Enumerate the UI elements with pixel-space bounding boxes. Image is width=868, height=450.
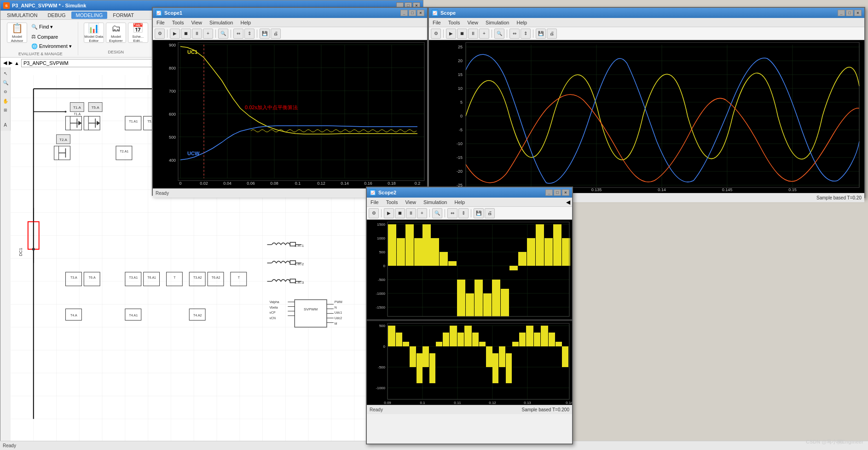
fit-btn[interactable]: ⊞ <box>1 106 10 114</box>
sim-tab-simulation[interactable]: SIMULATION <box>2 12 42 19</box>
scope-right-menu-view[interactable]: View <box>465 19 480 26</box>
scope-right-menu-file[interactable]: File <box>431 19 443 26</box>
scope-right-maximize-btn[interactable]: □ <box>846 10 853 16</box>
scope1-maximize-btn[interactable]: □ <box>409 10 416 16</box>
scope2-menu-simulation[interactable]: Simulation <box>422 199 449 205</box>
scope2-menu-file[interactable]: File <box>369 199 381 205</box>
scope2-stop-btn[interactable]: ⏹ <box>395 208 405 218</box>
scope2-menu-tools[interactable]: Tools <box>384 199 400 205</box>
scope1-win-controls: _ □ × <box>400 10 424 16</box>
scope2-print-btn[interactable]: 🖨 <box>485 208 495 218</box>
scope2-run-btn[interactable]: ▶ <box>384 208 394 218</box>
scope1-menu-help[interactable]: Help <box>238 19 253 26</box>
scope-right-print-btn[interactable]: 🖨 <box>547 29 557 39</box>
svg-text:0.02: 0.02 <box>200 181 208 186</box>
sep2 <box>429 209 430 217</box>
svg-text:0.14: 0.14 <box>658 187 666 192</box>
svg-text:T2.A1: T2.A1 <box>120 150 129 153</box>
scope2-zoom-btn[interactable]: + <box>417 208 427 218</box>
scope-right-zoomx-btn[interactable]: ⇔ <box>509 29 520 39</box>
model-data-editor-btn[interactable]: 📊 Model DataEditor <box>84 23 104 43</box>
scope-right-save-btn[interactable]: 💾 <box>536 29 546 39</box>
svg-text:0.1: 0.1 <box>295 181 301 186</box>
svg-rect-238 <box>501 289 509 316</box>
scope2-pause-btn[interactable]: ⏸ <box>406 208 416 218</box>
scope1-run-btn[interactable]: ▶ <box>170 29 180 39</box>
scope1-menu-tools[interactable]: Tools <box>170 19 186 26</box>
model-explorer-btn[interactable]: 🗂 ModelExplorer <box>106 23 126 43</box>
scope2-menu-help[interactable]: Help <box>452 199 467 205</box>
scope1-settings-btn[interactable]: ⚙ <box>155 29 165 39</box>
scope-right-zoomy-btn[interactable]: ⇕ <box>521 29 531 39</box>
compare-btn[interactable]: ⚖ Compare <box>29 32 74 41</box>
environment-btn[interactable]: 🌐 Environment ▾ <box>29 42 74 51</box>
svg-text:DC1: DC1 <box>18 248 23 256</box>
svg-text:0.12: 0.12 <box>317 181 325 186</box>
find-btn[interactable]: 🔍 Find ▾ <box>29 23 74 31</box>
scope2-menu-view[interactable]: View <box>403 199 418 205</box>
svg-text:5: 5 <box>460 100 463 105</box>
scope1-stop-btn[interactable]: ⏹ <box>181 29 191 39</box>
scope-right-run-btn[interactable]: ▶ <box>446 29 456 39</box>
scope-right-zoomin-btn[interactable]: 🔍 <box>494 29 504 39</box>
scope1-save-btn[interactable]: 💾 <box>260 29 270 39</box>
model-advisor-btn[interactable]: 📋 ModelAdvisor <box>7 23 27 43</box>
zoom-in-btn[interactable]: 🔍 <box>1 78 10 87</box>
scope1-menu-file[interactable]: File <box>155 19 167 26</box>
scope2-save-btn[interactable]: 💾 <box>474 208 484 218</box>
scope1-menu-view[interactable]: View <box>189 19 204 26</box>
nav-back-icon[interactable]: ◀ <box>3 60 7 66</box>
scope2-titlebar: 📈 Scope2 _ □ × <box>367 187 572 198</box>
scope1-zoomin-btn[interactable]: 🔍 <box>218 29 228 39</box>
scope-right-menu-simulation[interactable]: Simulation <box>484 19 511 26</box>
scope2-menubar: File Tools View Simulation Help ◀ <box>367 198 572 207</box>
schedule-editor-btn[interactable]: 📅 Sche...Edit... <box>128 23 148 43</box>
scope-right-minimize-btn[interactable]: _ <box>838 10 845 16</box>
svg-rect-289 <box>526 326 533 346</box>
sim-tab-debug[interactable]: DEBUG <box>43 12 70 19</box>
scope1-zoom-btn[interactable]: + <box>203 29 213 39</box>
text-tool-btn[interactable]: A <box>1 121 10 129</box>
svg-rect-287 <box>512 342 519 346</box>
svg-text:15: 15 <box>458 72 463 77</box>
zoom-out-btn[interactable]: ⊖ <box>1 88 10 96</box>
scope1-close-btn[interactable]: × <box>417 10 424 16</box>
scope1-minimize-btn[interactable]: _ <box>400 10 408 16</box>
scope-right-zoom-btn[interactable]: + <box>479 29 489 39</box>
scope1-print-btn[interactable]: 🖨 <box>271 29 281 39</box>
scope2-maximize-btn[interactable]: □ <box>554 189 561 196</box>
nav-forward-icon[interactable]: ▶ <box>9 60 12 66</box>
scope2-zoomy-btn[interactable]: ⇕ <box>458 208 469 218</box>
sim-tab-format[interactable]: FORMAT <box>108 12 139 19</box>
scope-right-settings-btn[interactable]: ⚙ <box>431 29 441 39</box>
scope-right-stop-btn[interactable]: ⏹ <box>457 29 467 39</box>
simulink-title: P3_ANPC_SVPWM * - Simulink <box>12 3 86 8</box>
compare-label: Compare <box>37 34 58 40</box>
sim-tab-modeling[interactable]: MODELING <box>71 12 108 19</box>
svg-text:UC1: UC1 <box>187 49 197 55</box>
scope1-menu-simulation[interactable]: Simulation <box>208 19 235 26</box>
scope2-zoomin-btn[interactable]: 🔍 <box>432 208 442 218</box>
scope2-settings-btn[interactable]: ⚙ <box>369 208 379 218</box>
nav-up-icon[interactable]: ▲ <box>14 60 19 66</box>
scope1-plot-svg: 900 800 700 600 500 400 0 0.02 0.04 0.06… <box>153 40 427 187</box>
scope-right-close-btn[interactable]: × <box>854 10 862 16</box>
scope-right-menu-tools[interactable]: Tools <box>446 19 462 26</box>
scope1-pause-btn[interactable]: ⏸ <box>192 29 202 39</box>
scope2-minimize-btn[interactable]: _ <box>545 189 553 196</box>
svg-rect-226 <box>397 238 405 266</box>
scope-right-pause-btn[interactable]: ⏸ <box>468 29 478 39</box>
scope-right-menu-help[interactable]: Help <box>515 19 529 26</box>
svg-rect-279 <box>457 333 464 346</box>
scope2-zoomx-btn[interactable]: ⇔ <box>447 208 457 218</box>
svg-text:-500: -500 <box>378 365 386 369</box>
scope1-zoomy-btn[interactable]: ⇕ <box>244 29 255 39</box>
svg-rect-276 <box>436 342 442 346</box>
scope2-window: 📈 Scope2 _ □ × File Tools View Simulatio… <box>366 187 573 444</box>
pan-btn[interactable]: ✋ <box>1 97 10 105</box>
pointer-tool-btn[interactable]: ↖ <box>1 69 10 77</box>
find-label: Find ▾ <box>39 24 53 30</box>
scope2-collapse-btn[interactable]: ◀ <box>566 199 570 205</box>
scope1-zoomx-btn[interactable]: ⇔ <box>233 29 243 39</box>
scope2-close-btn[interactable]: × <box>562 189 569 196</box>
